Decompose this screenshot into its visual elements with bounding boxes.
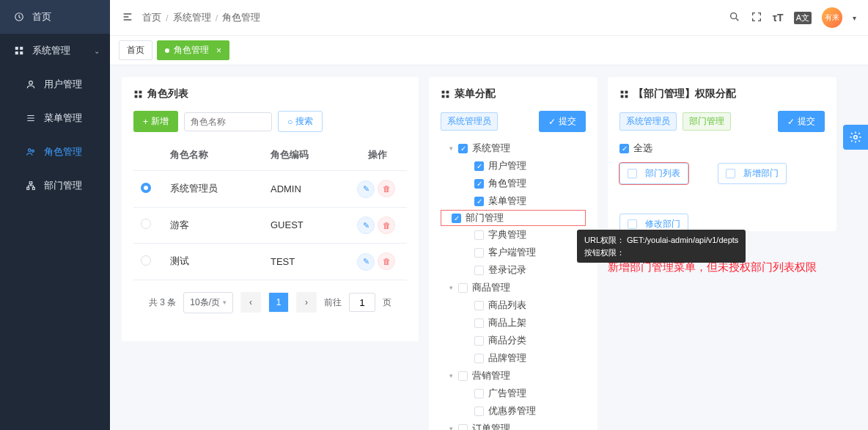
checkbox-icon[interactable] — [628, 219, 637, 229]
sidebar-item-users[interactable]: 用户管理 — [0, 68, 110, 101]
checkbox-icon[interactable] — [474, 230, 484, 240]
tree-label: 订单管理 — [472, 422, 510, 430]
checkbox-icon[interactable] — [458, 424, 468, 431]
checkbox-icon[interactable] — [619, 144, 629, 153]
next-page-button[interactable]: › — [296, 292, 317, 313]
sidebar-item-depts[interactable]: 部门管理 — [0, 169, 110, 203]
tree-node[interactable]: ▾订单管理 — [441, 420, 586, 430]
goto-input[interactable] — [349, 293, 375, 312]
tree-node[interactable]: ▾商品管理 — [441, 279, 586, 296]
sidebar-item-menus[interactable]: 菜单管理 — [0, 101, 110, 135]
tree-toggle-icon[interactable]: ▾ — [449, 284, 457, 291]
tree-toggle-icon[interactable]: ▾ — [449, 145, 457, 152]
perm-item[interactable]: 新增部门 — [718, 163, 787, 184]
tree-label: 菜单管理 — [488, 194, 526, 208]
tree-node[interactable]: 菜单管理 — [441, 192, 586, 210]
delete-button[interactable]: 🗑 — [378, 216, 395, 234]
table-row[interactable]: 系统管理员 ADMIN ✎🗑 — [133, 171, 407, 208]
checkbox-icon[interactable] — [474, 161, 484, 171]
search-button[interactable]: ○ 搜索 — [278, 111, 323, 132]
breadcrumb-part[interactable]: 系统管理 — [173, 11, 211, 24]
tree-node[interactable]: ▾系统管理 — [441, 139, 586, 157]
total-text: 共 3 条 — [149, 296, 176, 309]
menus-panel: 菜单分配 系统管理员 ✓ 提交 ▾系统管理用户管理角色管理菜单管理部门管理字典管… — [429, 77, 597, 430]
cell-code: GUEST — [263, 207, 348, 244]
cell-name: 系统管理员 — [163, 171, 263, 208]
table-row[interactable]: 测试 TEST ✎🗑 — [133, 244, 407, 280]
tree-node[interactable]: 广告管理 — [441, 385, 586, 402]
tree-node[interactable]: 优惠券管理 — [441, 402, 586, 420]
sidebar-item-home[interactable]: 首页 — [0, 0, 110, 34]
breadcrumb-part[interactable]: 首页 — [142, 11, 161, 24]
checkbox-icon[interactable] — [474, 407, 484, 416]
radio-icon[interactable] — [141, 219, 151, 229]
tree-node[interactable]: 字典管理 — [441, 226, 586, 244]
edit-button[interactable]: ✎ — [357, 181, 375, 198]
prev-page-button[interactable]: ‹ — [240, 292, 261, 313]
checkbox-icon[interactable] — [452, 214, 461, 223]
submit-button[interactable]: ✓ 提交 — [539, 111, 586, 132]
checkbox-icon[interactable] — [458, 144, 468, 153]
tree-node[interactable]: 用户管理 — [441, 157, 586, 175]
avatar[interactable]: 有来 — [822, 7, 842, 28]
edit-button[interactable]: ✎ — [357, 253, 375, 271]
settings-fab[interactable] — [843, 125, 868, 150]
tree-label: 部门管理 — [466, 211, 504, 225]
edit-button[interactable]: ✎ — [357, 216, 375, 234]
checkbox-icon[interactable] — [474, 336, 484, 346]
checkbox-icon[interactable] — [474, 179, 484, 189]
tree-node[interactable]: 商品分类 — [441, 332, 586, 349]
tree-node[interactable]: 登录记录 — [441, 261, 586, 279]
search-input[interactable] — [184, 112, 272, 131]
tree-node[interactable]: ▾营销管理 — [441, 367, 586, 385]
checkbox-icon[interactable] — [474, 301, 484, 310]
select-all-row[interactable]: 全选 — [619, 139, 825, 157]
checkbox-icon[interactable] — [474, 318, 484, 328]
checkbox-icon[interactable] — [474, 266, 484, 275]
tree-node[interactable]: 商品上架 — [441, 314, 586, 332]
submit-button[interactable]: ✓ 提交 — [778, 111, 825, 132]
perm-item[interactable]: 部门列表 — [619, 163, 688, 184]
checkbox-icon[interactable] — [474, 354, 484, 363]
svg-rect-2 — [20, 47, 23, 50]
tree-toggle-icon[interactable]: ▾ — [449, 425, 457, 430]
tree-node[interactable]: 商品列表 — [441, 296, 586, 314]
fullscreen-icon[interactable] — [751, 11, 762, 25]
svg-rect-23 — [625, 95, 628, 98]
table-row[interactable]: 游客 GUEST ✎🗑 — [133, 207, 407, 244]
tab-home[interactable]: 首页 — [119, 40, 152, 60]
tree-node[interactable]: 角色管理 — [441, 175, 586, 192]
checkbox-icon[interactable] — [474, 389, 484, 398]
chevron-down-icon[interactable]: ▾ — [853, 14, 856, 22]
tree-toggle-icon[interactable]: ▾ — [449, 372, 457, 379]
btn-label: 提交 — [559, 115, 576, 128]
add-button[interactable]: + 新增 — [133, 111, 178, 132]
radio-icon[interactable] — [141, 183, 151, 193]
breadcrumb-part[interactable]: 角色管理 — [222, 11, 260, 24]
lang-icon[interactable]: A文 — [794, 12, 812, 24]
roles-panel: 角色列表 + 新增 ○ 搜索 角色名称 角色编码 操作 系统管理员 ADMIN — [122, 77, 419, 341]
tree-node[interactable]: 部门管理 — [441, 210, 586, 226]
tree-node[interactable]: 客户端管理 — [441, 244, 586, 261]
sidebar-item-system[interactable]: 系统管理 ⌄ — [0, 34, 110, 68]
svg-rect-12 — [135, 90, 138, 93]
checkbox-icon[interactable] — [726, 169, 735, 178]
delete-button[interactable]: 🗑 — [378, 252, 395, 270]
close-icon[interactable]: × — [216, 45, 221, 56]
search-icon[interactable] — [729, 11, 740, 25]
checkbox-icon[interactable] — [458, 371, 468, 381]
tree-node[interactable]: 品牌管理 — [441, 349, 586, 367]
radio-icon[interactable] — [141, 255, 151, 266]
checkbox-icon[interactable] — [474, 197, 484, 206]
page-size-select[interactable]: 10条/页 ▾ — [183, 292, 233, 313]
checkbox-icon[interactable] — [458, 283, 468, 293]
checkbox-icon[interactable] — [628, 169, 637, 178]
checkbox-icon[interactable] — [474, 248, 484, 258]
fontsize-icon[interactable]: τT — [773, 12, 784, 23]
sidebar-item-roles[interactable]: 角色管理 — [0, 135, 110, 169]
page-number-button[interactable]: 1 — [268, 292, 289, 313]
tab-roles[interactable]: 角色管理× — [157, 40, 229, 60]
cell-code: ADMIN — [263, 171, 348, 208]
hamburger-icon[interactable] — [122, 11, 133, 25]
delete-button[interactable]: 🗑 — [378, 180, 395, 197]
